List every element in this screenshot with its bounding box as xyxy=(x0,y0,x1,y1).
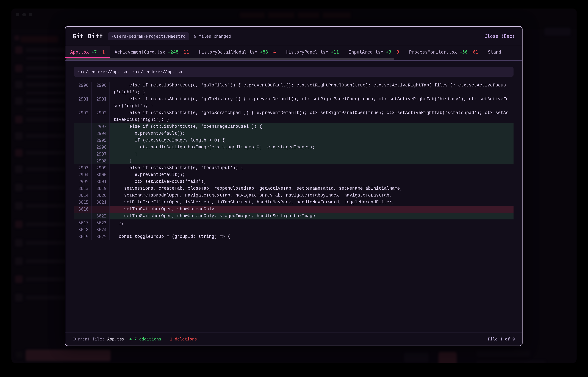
tab-additions: +248 xyxy=(168,49,178,55)
code-line: else if (ctx.isShortcut(e, 'goToScratchp… xyxy=(110,109,514,123)
new-line-number: 3621 xyxy=(92,199,110,206)
code-line: }; xyxy=(110,219,514,226)
close-button[interactable]: Close (Esc) xyxy=(484,34,515,39)
old-line-number: 3615 xyxy=(74,199,92,206)
new-line-number: 2998 xyxy=(92,158,110,165)
tab-additions: +3 xyxy=(386,49,392,55)
current-file-label: Current file: xyxy=(72,337,104,342)
code-line: setTabSwitcherOpen, showUnreadOnly xyxy=(110,206,514,212)
footer-additions: + 7 additions xyxy=(129,337,161,342)
tab-deletions: −4 xyxy=(271,49,276,55)
new-line-number: 3622 xyxy=(92,212,110,219)
old-line-number xyxy=(74,137,92,144)
new-line-number xyxy=(92,206,110,212)
footer-deletions: − 1 deletions xyxy=(165,337,197,342)
tab-additions: +56 xyxy=(460,49,468,55)
diff-file-tab[interactable]: App.tsx +7 −1 xyxy=(65,46,110,58)
new-line-number: 2999 xyxy=(92,165,110,171)
old-line-number: 3619 xyxy=(74,233,92,240)
code-line: e.preventDefault(); xyxy=(110,171,514,178)
code-line: } xyxy=(110,151,514,158)
code-line: if (ctx.stagedImages.length > 0) { xyxy=(110,137,514,144)
diff-row: 2996 ctx.handleSetLightboxImage(ctx.stag… xyxy=(74,144,514,151)
new-line-number: 2992 xyxy=(92,109,110,123)
code-line: setSessions, createTab, closeTab, reopen… xyxy=(110,185,514,192)
new-line-number: 3620 xyxy=(92,192,110,199)
diff-file-tab[interactable]: AchievementCard.tsx +248 −11 xyxy=(110,46,194,58)
tabbar-scrollbar xyxy=(65,58,522,60)
files-changed-count: 9 files changed xyxy=(194,34,231,39)
diff-row: 2995 if (ctx.stagedImages.length > 0) { xyxy=(74,137,514,144)
new-line-number: 2991 xyxy=(92,96,110,109)
new-line-number: 2997 xyxy=(92,151,110,158)
tab-file-name: Stand xyxy=(488,49,501,55)
file-path-from: src/renderer/App.tsx xyxy=(78,70,127,74)
old-line-number: 2994 xyxy=(74,171,92,178)
new-line-number: 3623 xyxy=(92,219,110,226)
repo-path-badge: /Users/pedram/Projects/Maestro xyxy=(108,32,189,40)
new-line-number: 2994 xyxy=(92,130,110,137)
old-line-number: 2991 xyxy=(74,96,92,109)
code-line: setRenameTabModalOpen, navigateToNextTab… xyxy=(110,192,514,199)
diff-file-tab[interactable]: Stand xyxy=(483,46,506,58)
old-line-number xyxy=(74,158,92,165)
new-line-number: 3000 xyxy=(92,171,110,178)
new-line-number: 2996 xyxy=(92,144,110,151)
old-line-number: 3613 xyxy=(74,185,92,192)
new-line-number: 3624 xyxy=(92,226,110,233)
diff-row: 3617 3623 }; xyxy=(74,219,514,226)
old-line-number: 3614 xyxy=(74,192,92,199)
old-line-number: 2990 xyxy=(74,82,92,96)
old-line-number: 3617 xyxy=(74,219,92,226)
diff-row: 3622 setTabSwitcherOpen, showUnreadOnly,… xyxy=(74,212,514,219)
diff-row: 2990 2990 else if (ctx.isShortcut(e, 'go… xyxy=(74,82,514,96)
diff-row: 2998 } xyxy=(74,158,514,165)
code-line: setFileTreeFilterOpen, isShortcut, isTab… xyxy=(110,199,514,206)
tab-file-name: HistoryPanel.tsx xyxy=(286,49,328,55)
tab-additions: +7 xyxy=(92,49,97,55)
old-line-number xyxy=(74,144,92,151)
diff-row: 2991 2991 else if (ctx.isShortcut(e, 'go… xyxy=(74,96,514,109)
old-line-number xyxy=(74,130,92,137)
diff-row: 3614 3620 setRenameTabModalOpen, navigat… xyxy=(74,192,514,199)
diff-row: 3619 3625 const toggleGroup = (groupId: … xyxy=(74,233,514,240)
diff-row: 2997 } xyxy=(74,151,514,158)
diff-row: 3618 3624 xyxy=(74,226,514,233)
tab-additions: +11 xyxy=(331,49,339,55)
diff-file-tab[interactable]: InputArea.tsx +3 −3 xyxy=(344,46,404,58)
tab-deletions: −1 xyxy=(99,49,105,55)
tab-deletions: −11 xyxy=(181,49,189,55)
file-path-to: src/renderer/App.tsx xyxy=(133,70,182,74)
tabbar-scrollbar-thumb[interactable] xyxy=(66,58,394,60)
diff-row: 3616 setTabSwitcherOpen, showUnreadOnly xyxy=(74,206,514,212)
modal-header: Git Diff /Users/pedram/Projects/Maestro … xyxy=(65,27,522,46)
old-line-number xyxy=(74,151,92,158)
old-line-number xyxy=(74,212,92,219)
diff-file-tab[interactable]: HistoryDetailModal.tsx +88 −4 xyxy=(194,46,281,58)
diff-file-tab[interactable]: ProcessMonitor.tsx +56 −61 xyxy=(404,46,483,58)
diff-file-tab[interactable]: HistoryPanel.tsx +11 xyxy=(281,46,344,58)
code-line: setTabSwitcherOpen, showUnreadOnly, stag… xyxy=(110,212,514,219)
file-path-header: src/renderer/App.tsx→src/renderer/App.ts… xyxy=(74,67,514,77)
diff-table: 2990 2990 else if (ctx.isShortcut(e, 'go… xyxy=(74,82,514,240)
code-line: ctx.setActiveFocus('main'); xyxy=(110,178,514,185)
tab-file-name: InputArea.tsx xyxy=(349,49,383,55)
diff-row: 2995 3001 ctx.setActiveFocus('main'); xyxy=(74,178,514,185)
old-line-number xyxy=(74,123,92,130)
tab-file-name: ProcessMonitor.tsx xyxy=(409,49,457,55)
current-file-name: App.tsx xyxy=(107,337,124,342)
diff-row: 2992 2992 else if (ctx.isShortcut(e, 'go… xyxy=(74,109,514,123)
diff-row: 2994 e.preventDefault(); xyxy=(74,130,514,137)
tab-file-name: App.tsx xyxy=(70,49,89,55)
diff-row: 2994 3000 e.preventDefault(); xyxy=(74,171,514,178)
tab-file-name: AchievementCard.tsx xyxy=(115,49,165,55)
new-line-number: 3001 xyxy=(92,178,110,185)
file-tabbar: App.tsx +7 −1 AchievementCard.tsx +248 −… xyxy=(65,46,522,61)
code-line: ctx.handleSetLightboxImage(ctx.stagedIma… xyxy=(110,144,514,151)
tab-additions: +88 xyxy=(260,49,268,55)
code-line: else if (ctx.isShortcut(e, 'goToFiles'))… xyxy=(110,82,514,96)
new-line-number: 3625 xyxy=(92,233,110,240)
old-line-number: 2993 xyxy=(74,165,92,171)
code-line: e.preventDefault(); xyxy=(110,130,514,137)
diff-content: src/renderer/App.tsx→src/renderer/App.ts… xyxy=(65,61,522,332)
